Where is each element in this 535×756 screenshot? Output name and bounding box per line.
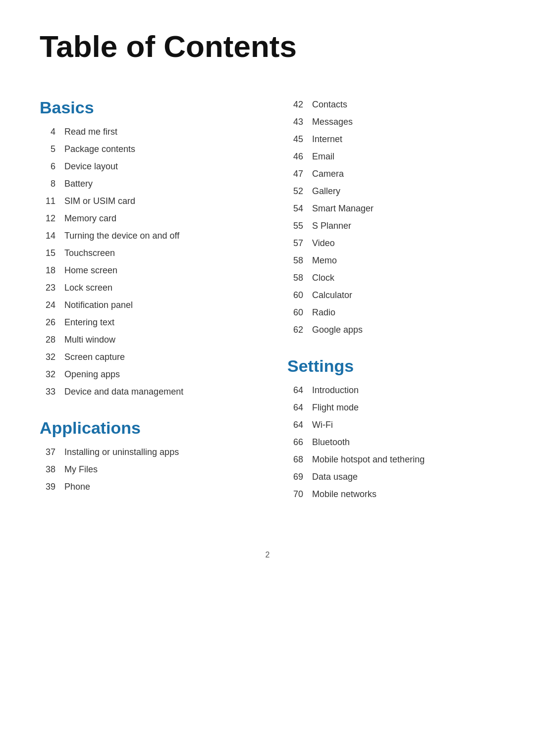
toc-item-label: Mobile networks xyxy=(312,488,376,501)
toc-page-number: 57 xyxy=(287,237,312,250)
toc-item-label: Notification panel xyxy=(64,299,133,312)
toc-item: 12Memory card xyxy=(40,212,248,225)
toc-page-number: 69 xyxy=(287,470,312,484)
toc-item-label: Battery xyxy=(64,177,93,191)
toc-page-number: 42 xyxy=(287,98,312,111)
toc-item-label: S Planner xyxy=(312,219,351,233)
toc-item-label: Internet xyxy=(312,133,342,146)
toc-page-number: 18 xyxy=(40,264,64,277)
settings-list: 64Introduction64Flight mode64Wi-Fi66Blue… xyxy=(287,384,495,501)
toc-item: 45Internet xyxy=(287,133,495,146)
toc-item-label: Introduction xyxy=(312,384,359,397)
toc-item-label: Clock xyxy=(312,271,334,285)
toc-item: 58Memo xyxy=(287,254,495,267)
toc-page-number: 32 xyxy=(40,368,64,381)
toc-page-number: 12 xyxy=(40,212,64,225)
toc-page-number: 45 xyxy=(287,133,312,146)
toc-item: 62Google apps xyxy=(287,323,495,337)
toc-item-label: Calculator xyxy=(312,289,352,302)
toc-item: 47Camera xyxy=(287,167,495,181)
toc-page-number: 6 xyxy=(40,160,64,173)
toc-item: 6Device layout xyxy=(40,160,248,173)
toc-item-label: Device layout xyxy=(64,160,118,173)
basics-section-title: Basics xyxy=(40,98,248,117)
toc-page-number: 58 xyxy=(287,271,312,285)
toc-page-number: 70 xyxy=(287,488,312,501)
toc-page-number: 46 xyxy=(287,150,312,163)
toc-item-label: Read me first xyxy=(64,125,117,139)
toc-item: 14Turning the device on and off xyxy=(40,229,248,243)
toc-item: 55S Planner xyxy=(287,219,495,233)
toc-item: 18Home screen xyxy=(40,264,248,277)
toc-page-number: 66 xyxy=(287,436,312,449)
toc-page-number: 14 xyxy=(40,229,64,243)
applications-section-title: Applications xyxy=(40,418,248,438)
toc-item: 46Email xyxy=(287,150,495,163)
toc-item-label: Bluetooth xyxy=(312,436,350,449)
applications-partial-list: 37Installing or uninstalling apps38My Fi… xyxy=(40,446,248,494)
toc-page-number: 8 xyxy=(40,177,64,191)
toc-page-number: 68 xyxy=(287,453,312,466)
toc-item: 38My Files xyxy=(40,463,248,476)
toc-item-label: Radio xyxy=(312,306,335,319)
toc-item-label: Smart Manager xyxy=(312,202,374,215)
toc-item: 39Phone xyxy=(40,480,248,494)
toc-item-label: Wi-Fi xyxy=(312,418,333,432)
toc-page-number: 37 xyxy=(40,446,64,459)
page-number: 2 xyxy=(40,551,495,559)
toc-item: 15Touchscreen xyxy=(40,247,248,260)
toc-page-number: 28 xyxy=(40,333,64,347)
toc-page-number: 32 xyxy=(40,351,64,364)
toc-item-label: Home screen xyxy=(64,264,117,277)
toc-item-label: Contacts xyxy=(312,98,347,111)
toc-item: 4Read me first xyxy=(40,125,248,139)
toc-item-label: Installing or uninstalling apps xyxy=(64,446,179,459)
toc-page-number: 60 xyxy=(287,289,312,302)
toc-item-label: Device and data management xyxy=(64,385,183,399)
toc-item: 23Lock screen xyxy=(40,281,248,295)
toc-item-label: My Files xyxy=(64,463,98,476)
toc-page-number: 52 xyxy=(287,185,312,198)
toc-page-number: 64 xyxy=(287,418,312,432)
toc-item-label: Opening apps xyxy=(64,368,120,381)
toc-item-label: Mobile hotspot and tethering xyxy=(312,453,425,466)
toc-item: 42Contacts xyxy=(287,98,495,111)
toc-item-label: Entering text xyxy=(64,316,114,329)
toc-item: 60Radio xyxy=(287,306,495,319)
toc-page-number: 11 xyxy=(40,195,64,208)
settings-section-title: Settings xyxy=(287,356,495,376)
toc-page-number: 23 xyxy=(40,281,64,295)
toc-item-label: Screen capture xyxy=(64,351,125,364)
content-area: Basics 4Read me first5Package contents6D… xyxy=(40,98,495,521)
toc-item: 64Flight mode xyxy=(287,401,495,414)
toc-item: 64Wi-Fi xyxy=(287,418,495,432)
toc-item: 5Package contents xyxy=(40,143,248,156)
toc-item: 60Calculator xyxy=(287,289,495,302)
toc-item: 54Smart Manager xyxy=(287,202,495,215)
toc-item: 68Mobile hotspot and tethering xyxy=(287,453,495,466)
toc-page-number: 55 xyxy=(287,219,312,233)
toc-item-label: Camera xyxy=(312,167,344,181)
toc-item: 26Entering text xyxy=(40,316,248,329)
toc-page-number: 33 xyxy=(40,385,64,399)
toc-item: 52Gallery xyxy=(287,185,495,198)
toc-item: 66Bluetooth xyxy=(287,436,495,449)
toc-page-number: 26 xyxy=(40,316,64,329)
toc-item: 70Mobile networks xyxy=(287,488,495,501)
toc-item: 8Battery xyxy=(40,177,248,191)
toc-page-number: 38 xyxy=(40,463,64,476)
toc-item: 33Device and data management xyxy=(40,385,248,399)
toc-page-number: 43 xyxy=(287,115,312,129)
right-column: 42Contacts43Messages45Internet46Email47C… xyxy=(268,98,495,521)
left-column: Basics 4Read me first5Package contents6D… xyxy=(40,98,268,521)
toc-page-number: 47 xyxy=(287,167,312,181)
toc-item-label: SIM or USIM card xyxy=(64,195,135,208)
toc-item: 58Clock xyxy=(287,271,495,285)
toc-item-label: Phone xyxy=(64,480,90,494)
toc-page-number: 64 xyxy=(287,384,312,397)
toc-item: 28Multi window xyxy=(40,333,248,347)
toc-item: 37Installing or uninstalling apps xyxy=(40,446,248,459)
toc-item-label: Memo xyxy=(312,254,337,267)
toc-item-label: Memory card xyxy=(64,212,116,225)
toc-page-number: 54 xyxy=(287,202,312,215)
